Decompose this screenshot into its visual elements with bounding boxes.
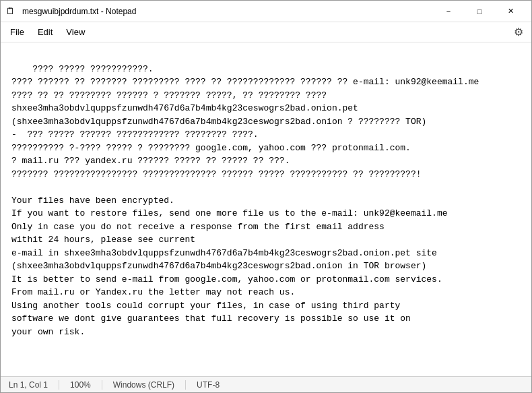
app-icon: 🗒 — [6, 6, 17, 17]
title-bar: 🗒 mesgwuibjpdrdum.txt - Notepad − □ ✕ — [1, 1, 531, 22]
encoding: UTF-8 — [186, 380, 230, 390]
zoom-level: 100% — [59, 380, 102, 390]
maximize-button[interactable]: □ — [464, 1, 495, 22]
editor-content: ???? ????? ???????????. ???? ?????? ?? ?… — [11, 64, 479, 337]
menu-bar: File Edit View ⚙ — [1, 22, 531, 42]
line-ending: Windows (CRLF) — [102, 380, 186, 390]
settings-icon[interactable]: ⚙ — [508, 23, 529, 41]
menu-view[interactable]: View — [59, 24, 92, 40]
menu-file[interactable]: File — [3, 24, 31, 40]
text-editor[interactable]: ???? ????? ???????????. ???? ?????? ?? ?… — [1, 42, 531, 376]
window-controls: − □ ✕ — [433, 1, 526, 22]
notepad-window: 🗒 mesgwuibjpdrdum.txt - Notepad − □ ✕ Fi… — [0, 0, 532, 393]
window-title: mesgwuibjpdrdum.txt - Notepad — [22, 7, 433, 16]
status-bar: Ln 1, Col 1 100% Windows (CRLF) UTF-8 — [1, 376, 531, 392]
menu-edit[interactable]: Edit — [31, 24, 59, 40]
cursor-position: Ln 1, Col 1 — [6, 380, 59, 390]
close-button[interactable]: ✕ — [495, 1, 526, 22]
minimize-button[interactable]: − — [433, 1, 464, 22]
